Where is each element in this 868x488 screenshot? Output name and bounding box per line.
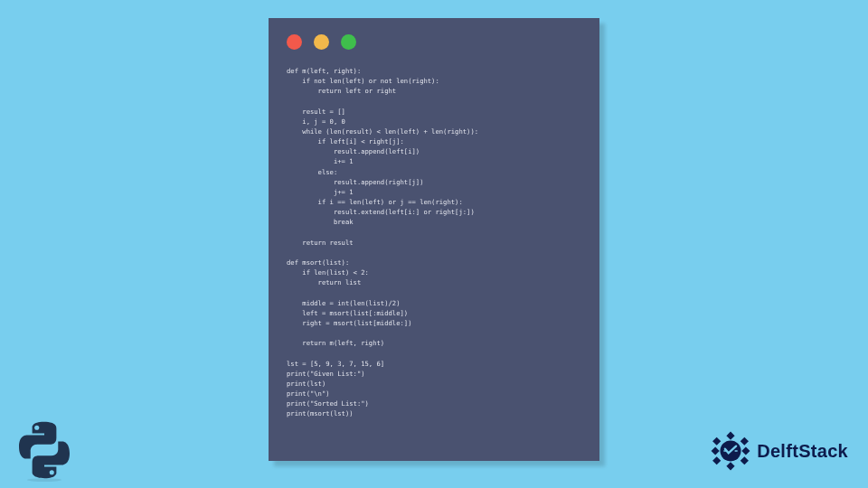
svg-point-0 (34, 426, 39, 430)
minimize-light (314, 34, 329, 50)
close-light (287, 34, 302, 50)
code-window: def m(left, right): if not len(left) or … (269, 18, 599, 461)
delftstack-brand-text: DelftStack (757, 441, 848, 462)
python-logo-icon (13, 418, 76, 483)
delftstack-logo: DelftStack (710, 430, 848, 472)
code-block: def m(left, right): if not len(left) or … (287, 66, 581, 418)
delftstack-badge-icon (710, 430, 751, 472)
maximize-light (341, 34, 356, 50)
traffic-lights (287, 34, 581, 50)
svg-point-2 (27, 478, 61, 482)
svg-point-1 (50, 470, 54, 474)
